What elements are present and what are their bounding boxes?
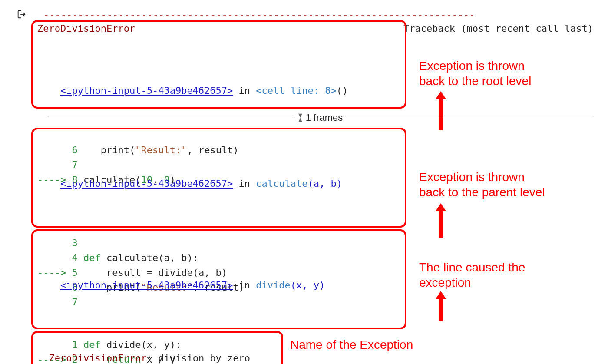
final-exception-message: division by zero bbox=[158, 353, 250, 364]
svg-marker-1 bbox=[436, 91, 446, 99]
traceback-separator: ----------------------------------------… bbox=[43, 10, 593, 20]
frame-context: calculate bbox=[256, 178, 307, 189]
up-arrow-icon bbox=[434, 203, 447, 240]
frames-separator[interactable]: ▾▴ 1 frames bbox=[48, 112, 593, 123]
traceback-frame-root: <ipython-input-5-43a9be462657> in <cell … bbox=[31, 20, 406, 109]
traceback-frame-parent: <ipython-input-5-43a9be462657> in calcul… bbox=[31, 128, 406, 228]
frame-header: <ipython-input-5-43a9be462657> in divide… bbox=[37, 263, 400, 308]
frame-location-link[interactable]: <ipython-input-5-43a9be462657> bbox=[60, 85, 233, 96]
frame-header: <ipython-input-5-43a9be462657> in calcul… bbox=[37, 162, 400, 206]
frames-sep-line-right bbox=[347, 118, 593, 118]
frame-location-link[interactable]: <ipython-input-5-43a9be462657> bbox=[60, 178, 233, 189]
frame-context: divide bbox=[256, 280, 290, 291]
final-exception-name: ZeroDivisionError bbox=[49, 353, 147, 364]
frame-header: <ipython-input-5-43a9be462657> in <cell … bbox=[37, 69, 400, 113]
up-arrow-icon bbox=[434, 291, 447, 324]
frame-location-link[interactable]: <ipython-input-5-43a9be462657> bbox=[60, 280, 233, 291]
frames-count-label: 1 frames bbox=[306, 112, 343, 123]
svg-marker-3 bbox=[436, 203, 446, 211]
cell-output-icon bbox=[17, 10, 26, 21]
annotation-root-level: Exception is thrown back to the root lev… bbox=[419, 58, 531, 89]
annotation-exception-name: Name of the Exception bbox=[290, 337, 413, 352]
frames-sep-line-left bbox=[48, 118, 294, 118]
frame-context: <cell line: 8> bbox=[256, 85, 336, 96]
svg-marker-5 bbox=[436, 291, 446, 299]
traceback-label: Traceback (most recent call last) bbox=[403, 23, 593, 34]
annotation-parent-level: Exception is thrown back to the parent l… bbox=[419, 169, 545, 200]
up-arrow-icon bbox=[434, 91, 447, 132]
traceback-frame-origin: <ipython-input-5-43a9be462657> in divide… bbox=[31, 229, 406, 329]
final-exception: ZeroDivisionError: division by zero bbox=[31, 331, 283, 364]
annotation-origin-line: The line caused the exception bbox=[419, 260, 525, 290]
expand-collapse-icon[interactable]: ▾▴ bbox=[298, 113, 302, 122]
